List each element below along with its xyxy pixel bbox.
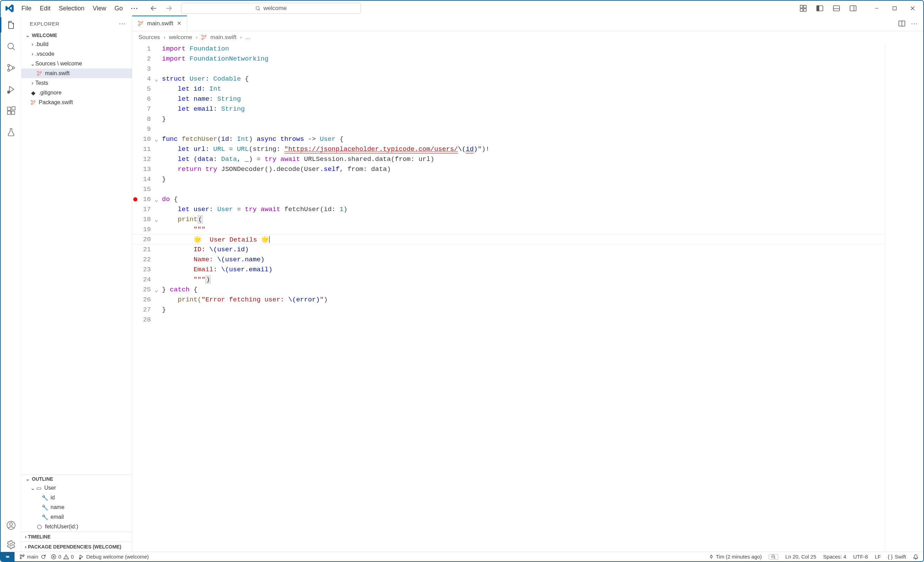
symbol-property-icon: 🔧 [42,504,48,511]
activity-settings-icon[interactable] [6,539,16,550]
activity-extensions-icon[interactable] [6,105,16,116]
sync-icon[interactable] [40,554,46,560]
status-encoding[interactable]: UTF-8 [853,554,868,560]
menu-file[interactable]: File [17,3,36,14]
activity-explorer-icon[interactable] [6,19,16,30]
minimap[interactable] [885,43,923,552]
symbol-struct-icon: ▭ [35,485,42,492]
vscode-logo-icon [4,3,15,14]
symbol-function-icon: ⬡ [36,524,43,530]
title-bar: File Edit Selection View Go ⋯ welcome [1,1,923,16]
tab-main-swift[interactable]: 🕊 main.swift ✕ [132,16,187,31]
search-icon [255,6,261,11]
menu-view[interactable]: View [88,3,110,14]
activity-testing-icon[interactable] [6,127,16,138]
svg-rect-17 [7,107,10,110]
explorer-more-icon[interactable]: ⋯ [119,19,126,28]
text-cursor [269,236,270,243]
status-zoom[interactable] [769,554,778,560]
nav-forward-icon[interactable] [165,4,173,12]
swift-file-icon: 🕊 [36,70,43,76]
status-debug[interactable]: Debug welcome (welcome) [78,554,149,560]
breadcrumbs[interactable]: Sources› welcome› 🕊main.swift› ... [132,31,923,43]
svg-point-0 [256,7,259,10]
tree-file-package-swift[interactable]: 🕊Package.swift [21,97,132,107]
command-center-search[interactable]: welcome [181,3,361,14]
outline-property-id[interactable]: 🔧id [21,493,132,502]
git-branch-icon [20,554,25,560]
activity-accounts-icon[interactable] [6,520,16,531]
svg-rect-1 [800,5,803,8]
window-maximize-icon[interactable] [886,2,903,15]
window-close-icon[interactable] [904,2,921,15]
status-indentation[interactable]: Spaces: 4 [823,554,846,560]
split-editor-icon[interactable] [898,20,905,27]
status-branch[interactable]: main [20,554,46,560]
tree-folder-sources[interactable]: ⌄Sources \ welcome [21,59,132,69]
svg-rect-9 [850,6,856,11]
explorer-sidebar: EXPLORER ⋯ ⌄ WELCOME ›.build ›.vscode ⌄S… [21,16,132,552]
outline-struct-user[interactable]: ⌄▭User [21,483,132,493]
editor-more-icon[interactable]: ⋯ [911,19,918,28]
symbol-property-icon: 🔧 [42,514,48,520]
symbol-property-icon: 🔧 [42,495,48,501]
tree-file-gitignore[interactable]: ◆.gitignore [21,88,132,97]
outline-property-name[interactable]: 🔧name [21,502,132,512]
status-cursor-position[interactable]: Ln 20, Col 25 [785,554,816,560]
swift-file-icon: 🕊 [201,34,207,41]
svg-point-13 [8,64,10,66]
zoom-icon [771,555,776,559]
menu-edit[interactable]: Edit [36,3,55,14]
svg-rect-3 [800,9,803,11]
status-language[interactable]: { } Swift [888,554,906,560]
status-bar: main 0 0 Debug welcome (welcome) Tim (2 … [1,552,923,561]
explorer-section-welcome[interactable]: ⌄ WELCOME [21,31,132,39]
file-tree: ›.build ›.vscode ⌄Sources \ welcome 🕊mai… [21,39,132,474]
activity-bar [1,16,21,552]
menu-selection[interactable]: Selection [55,3,88,14]
main-area: EXPLORER ⋯ ⌄ WELCOME ›.build ›.vscode ⌄S… [1,16,923,552]
tab-close-icon[interactable]: ✕ [177,20,182,27]
remote-indicator-icon[interactable] [1,552,15,562]
status-git-blame[interactable]: Tim (2 minutes ago) [709,554,762,560]
svg-point-26 [20,555,21,556]
svg-rect-11 [893,7,896,10]
package-dependencies-section[interactable]: ›PACKAGE DEPENDENCIES (WELCOME) [21,542,132,552]
status-eol[interactable]: LF [875,554,881,560]
editor-body[interactable]: 1import Foundation 2import FoundationNet… [132,43,923,552]
svg-rect-2 [804,5,806,8]
outline-section[interactable]: ⌄OUTLINE [21,475,132,483]
toggle-primary-sidebar-icon[interactable] [813,2,827,15]
swift-file-icon: 🕊 [138,20,144,27]
menu-more-icon[interactable]: ⋯ [127,2,141,14]
menu-go[interactable]: Go [110,3,127,14]
tree-folder-build[interactable]: ›.build [21,39,132,49]
toggle-secondary-sidebar-icon[interactable] [846,2,860,15]
outline-function-fetchuser[interactable]: ⬡fetchUser(id:) [21,522,132,532]
activity-source-control-icon[interactable] [6,62,16,73]
timeline-section[interactable]: ›TIMELINE [21,532,132,542]
editor-tabs: 🕊 main.swift ✕ ⋯ [132,16,923,31]
tree-folder-tests[interactable]: ›Tests [21,78,132,88]
breakpoint-icon[interactable] [132,197,138,201]
warning-icon [63,554,69,560]
tree-folder-vscode[interactable]: ›.vscode [21,49,132,59]
tree-file-main-swift[interactable]: 🕊main.swift [21,69,132,78]
gitignore-file-icon: ◆ [30,90,37,96]
nav-back-icon[interactable] [150,4,158,12]
status-notifications-icon[interactable] [913,554,918,560]
toggle-panel-icon[interactable] [829,2,844,15]
status-problems[interactable]: 0 0 [51,554,74,560]
activity-search-icon[interactable] [6,41,16,52]
explorer-title: EXPLORER [30,21,60,27]
svg-point-12 [8,43,13,49]
svg-point-28 [23,555,24,556]
svg-point-15 [12,67,15,69]
outline-property-email[interactable]: 🔧email [21,512,132,522]
activity-debug-icon[interactable] [6,84,16,95]
svg-point-23 [10,544,12,546]
svg-point-31 [710,556,712,558]
svg-rect-20 [12,106,15,110]
customize-layout-icon[interactable] [796,2,810,15]
window-minimize-icon[interactable] [868,2,885,15]
